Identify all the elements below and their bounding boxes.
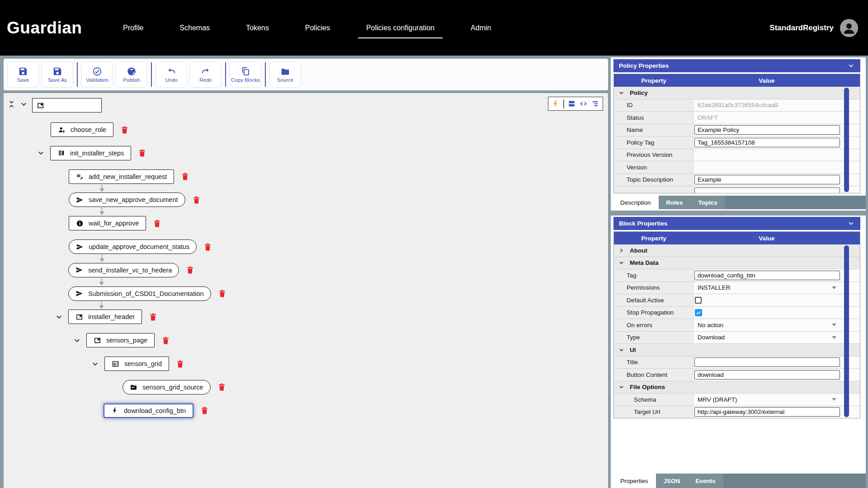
block-node-download-config-btn[interactable]: download_config_btn xyxy=(104,403,209,418)
block-node-send-installer-vc-to-hedera[interactable]: send_installer_vc_to_hedera xyxy=(68,263,195,278)
block-node-sensors-grid-source[interactable]: sensors_grid_source xyxy=(123,380,226,395)
view-divider xyxy=(563,99,564,108)
user-menu[interactable]: StandardRegistry xyxy=(769,19,858,37)
block-node-box[interactable]: choose_role xyxy=(51,122,113,137)
delete-block-icon[interactable] xyxy=(180,172,190,181)
nav-item-schemas[interactable]: Schemas xyxy=(173,24,216,32)
delete-block-icon[interactable] xyxy=(161,336,170,345)
block-tab-events[interactable]: Events xyxy=(688,474,723,488)
block-node-box[interactable]: sensors_page xyxy=(86,333,155,347)
name-input[interactable] xyxy=(694,125,840,135)
toolbar-save-button[interactable]: Save xyxy=(7,61,39,88)
block-node-box[interactable]: save_new_approve_document xyxy=(69,192,185,207)
delete-block-icon[interactable] xyxy=(152,219,162,228)
policy-tag-input[interactable] xyxy=(694,138,840,147)
title-input[interactable] xyxy=(694,357,840,367)
property-group-policy[interactable]: Policy xyxy=(614,87,860,99)
collapse-all-icon[interactable] xyxy=(7,100,16,108)
delete-block-icon[interactable] xyxy=(200,406,209,415)
block-node-box[interactable]: wait_for_approve xyxy=(69,216,146,230)
block-node-update-approve-document-status[interactable]: update_approve_document_status xyxy=(69,239,212,254)
default-active-checkbox[interactable] xyxy=(695,297,702,304)
nav-item-admin[interactable]: Admin xyxy=(464,24,497,32)
nav-item-policies-configuration[interactable]: Policies configuration xyxy=(360,24,441,32)
nav-item-profile[interactable]: Profile xyxy=(117,24,150,32)
block-node-box[interactable]: installer_header xyxy=(68,310,142,324)
delete-block-icon[interactable] xyxy=(203,242,212,252)
view-blocks-icon[interactable] xyxy=(567,99,576,108)
view-tree-icon[interactable] xyxy=(591,99,599,108)
permissions-select[interactable]: INSTALLER xyxy=(693,284,731,291)
block-node-box[interactable]: Submission_of_CSD01_Documentation xyxy=(68,286,211,301)
tag-input[interactable] xyxy=(694,271,840,280)
property-group-ui[interactable]: UI xyxy=(614,344,860,357)
property-group-meta-data[interactable]: Meta Data xyxy=(614,257,860,270)
toolbar-validation-button[interactable]: Validation xyxy=(81,61,113,88)
delete-block-icon[interactable] xyxy=(185,265,195,275)
nav-item-tokens[interactable]: Tokens xyxy=(240,24,275,32)
view-code-icon[interactable] xyxy=(579,99,588,108)
toolbar-source-button[interactable]: Source xyxy=(269,61,301,88)
button-content-input[interactable] xyxy=(694,370,840,380)
toolbar-undo-button[interactable]: Undo xyxy=(156,61,187,88)
block-node-init-installer-steps[interactable]: init_installer_steps xyxy=(37,145,147,161)
block-node-box[interactable]: sensors_grid_source xyxy=(123,380,211,394)
nav-item-policies[interactable]: Policies xyxy=(299,24,336,32)
policy-tab-roles[interactable]: Roles xyxy=(659,196,691,209)
toolbar-save-as-button[interactable]: Save As xyxy=(42,61,73,88)
table-scrollbar[interactable] xyxy=(844,245,849,417)
expand-chevron-icon[interactable] xyxy=(37,149,50,157)
type-select[interactable]: Download xyxy=(693,334,725,341)
block-node-box[interactable]: add_new_installer_request xyxy=(69,169,174,184)
block-node-box[interactable]: download_config_btn xyxy=(104,404,193,418)
delete-block-icon[interactable] xyxy=(217,382,226,392)
chevron-down-icon[interactable] xyxy=(847,62,855,70)
block-node-sensors-page[interactable]: sensors_page xyxy=(73,333,170,348)
root-block-node[interactable] xyxy=(32,98,102,113)
block-node-box[interactable]: init_installer_steps xyxy=(50,146,131,160)
block-tab-properties[interactable]: Properties xyxy=(613,474,656,488)
target-url-input[interactable] xyxy=(694,407,840,417)
chevron-down-icon[interactable] xyxy=(19,100,28,108)
property-value-cell xyxy=(693,406,860,418)
policy-properties-header[interactable]: Policy Properties xyxy=(613,59,860,72)
block-node-wait-for-approve[interactable]: wait_for_approve xyxy=(69,216,162,231)
delete-block-icon[interactable] xyxy=(217,289,227,298)
expand-chevron-icon[interactable] xyxy=(55,313,68,321)
policy-tab-description[interactable]: Description xyxy=(613,196,659,209)
clipped-input[interactable] xyxy=(694,188,840,193)
property-group-about[interactable]: About xyxy=(614,244,860,257)
block-node-box[interactable]: send_installer_vc_to_hedera xyxy=(68,263,179,277)
schema-select[interactable]: MRV (DRAFT) xyxy=(693,396,737,403)
policy-tab-topics[interactable]: Topics xyxy=(690,196,725,209)
block-node-box[interactable]: sensors_grid xyxy=(104,357,169,371)
block-node-sensors-grid[interactable]: sensors_grid xyxy=(91,356,185,371)
expand-chevron-icon[interactable] xyxy=(73,336,86,345)
table-scrollbar[interactable] xyxy=(844,88,849,192)
topic-description-input[interactable] xyxy=(694,175,840,184)
block-tab-json[interactable]: JSON xyxy=(656,474,688,488)
delete-block-icon[interactable] xyxy=(175,359,185,369)
delete-block-icon[interactable] xyxy=(137,148,147,158)
toolbar-redo-button[interactable]: Redo xyxy=(190,61,222,88)
stop-propagation-checkbox[interactable] xyxy=(695,309,702,316)
block-node-save-new-approve-document[interactable]: save_new_approve_document xyxy=(69,192,201,207)
view-bolt-icon[interactable] xyxy=(552,99,560,108)
property-group-file-options[interactable]: File Options xyxy=(614,381,860,394)
delete-block-icon[interactable] xyxy=(192,195,201,205)
expand-chevron-icon[interactable] xyxy=(91,360,104,368)
block-node-submission-of-csd01-documentation[interactable]: Submission_of_CSD01_Documentation xyxy=(68,286,227,301)
property-value-cell xyxy=(693,294,860,306)
delete-block-icon[interactable] xyxy=(148,312,158,322)
toolbar-publish-button[interactable]: Publish xyxy=(116,61,147,88)
block-node-box[interactable]: update_approve_document_status xyxy=(69,239,197,254)
block-node-installer-header[interactable]: installer_header xyxy=(55,309,158,324)
block-node-choose-role[interactable]: choose_role xyxy=(51,122,129,137)
user-avatar-icon[interactable] xyxy=(840,19,858,37)
block-node-add-new-installer-request[interactable]: add_new_installer_request xyxy=(69,169,190,184)
toolbar-copy-blocks-button[interactable]: Copy Blocks xyxy=(230,61,261,88)
on-errors-select[interactable]: No action xyxy=(693,322,723,328)
delete-block-icon[interactable] xyxy=(120,125,129,135)
chevron-down-icon[interactable] xyxy=(847,220,855,227)
block-properties-header[interactable]: Block Properties xyxy=(613,217,860,230)
